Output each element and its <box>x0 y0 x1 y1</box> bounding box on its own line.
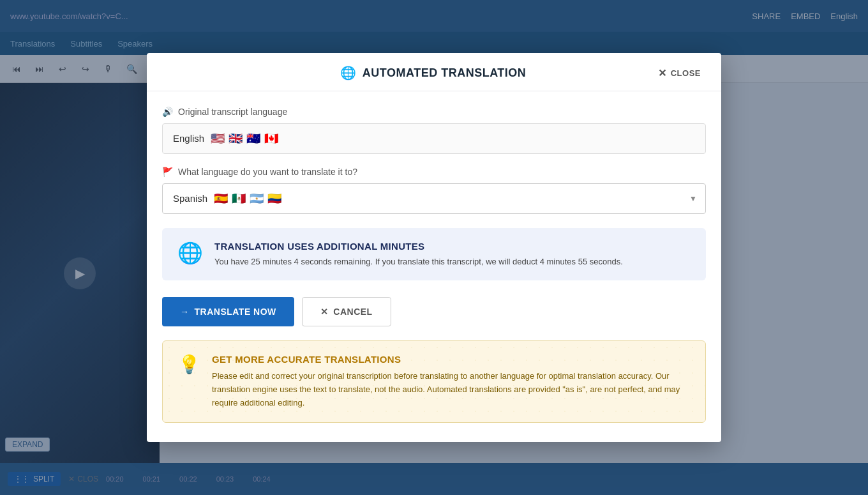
target-language-section: 🚩 What language do you want to translate… <box>162 167 706 214</box>
target-flags: 🇪🇸 🇲🇽 🇦🇷 🇨🇴 <box>214 192 281 206</box>
close-x-icon: ✕ <box>658 67 667 79</box>
target-language-label: 🚩 What language do you want to translate… <box>162 167 706 177</box>
flag-us: 🇺🇸 <box>211 132 225 146</box>
translate-now-button[interactable]: → TRANSLATE NOW <box>162 297 294 326</box>
tip-title: GET MORE ACCURATE TRANSLATIONS <box>212 354 690 365</box>
original-language-text: English <box>173 133 204 144</box>
globe-icon: 🌐 <box>340 65 356 80</box>
flag-icon: 🚩 <box>162 167 173 177</box>
close-button[interactable]: ✕ CLOSE <box>653 65 706 82</box>
flag-ar: 🇦🇷 <box>250 192 264 206</box>
warning-title: TRANSLATION USES ADDITIONAL MINUTES <box>214 241 623 252</box>
modal-backdrop: 🌐 AUTOMATED TRANSLATION ✕ CLOSE 🔊 Origin… <box>0 0 868 495</box>
speaker-icon: 🔊 <box>162 107 173 117</box>
tip-content: GET MORE ACCURATE TRANSLATIONS Please ed… <box>212 354 690 409</box>
flag-au: 🇦🇺 <box>246 132 260 146</box>
translate-now-label: TRANSLATE NOW <box>195 307 276 317</box>
cancel-button[interactable]: ✕ CANCEL <box>302 297 391 326</box>
original-language-label: 🔊 Original transcript language <box>162 107 706 117</box>
modal-body: 🔊 Original transcript language English 🇺… <box>147 91 721 443</box>
cancel-x-icon: ✕ <box>320 307 329 317</box>
bulb-icon: 💡 <box>178 354 200 375</box>
action-row: → TRANSLATE NOW ✕ CANCEL <box>162 297 706 326</box>
automated-translation-modal: 🌐 AUTOMATED TRANSLATION ✕ CLOSE 🔊 Origin… <box>147 53 721 443</box>
chevron-down-icon: ▼ <box>689 194 697 203</box>
flag-ca: 🇨🇦 <box>264 132 278 146</box>
globe-warning-icon: 🌐 <box>177 241 203 265</box>
original-flags: 🇺🇸 🇬🇧 🇦🇺 🇨🇦 <box>211 132 278 146</box>
target-language-text: Spanish <box>173 193 207 204</box>
tip-text: Please edit and correct your original tr… <box>212 370 690 409</box>
target-language-wrapper[interactable]: Spanish 🇪🇸 🇲🇽 🇦🇷 🇨🇴 ▼ <box>162 183 706 214</box>
close-label: CLOSE <box>671 68 701 78</box>
target-language-select[interactable]: Spanish 🇪🇸 🇲🇽 🇦🇷 🇨🇴 <box>162 183 706 214</box>
flag-es: 🇪🇸 <box>214 192 228 206</box>
tip-box: 💡 GET MORE ACCURATE TRANSLATIONS Please … <box>162 340 706 423</box>
original-language-display: English 🇺🇸 🇬🇧 🇦🇺 🇨🇦 <box>162 123 706 154</box>
flag-mx: 🇲🇽 <box>232 192 246 206</box>
warning-box: 🌐 TRANSLATION USES ADDITIONAL MINUTES Yo… <box>162 228 706 281</box>
arrow-icon: → <box>180 307 190 317</box>
warning-text: You have 25 minutes 4 seconds remaining.… <box>214 255 623 268</box>
modal-title-wrap: 🌐 AUTOMATED TRANSLATION <box>213 65 653 80</box>
modal-title: AUTOMATED TRANSLATION <box>363 66 526 80</box>
flag-gb: 🇬🇧 <box>228 132 243 146</box>
warning-content: TRANSLATION USES ADDITIONAL MINUTES You … <box>214 241 623 268</box>
flag-co: 🇨🇴 <box>267 192 281 206</box>
cancel-label: CANCEL <box>333 307 372 317</box>
modal-header: 🌐 AUTOMATED TRANSLATION ✕ CLOSE <box>147 53 721 91</box>
